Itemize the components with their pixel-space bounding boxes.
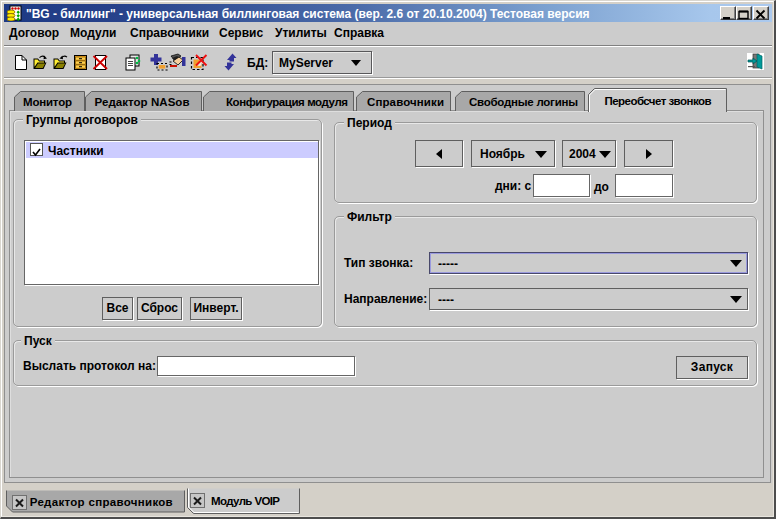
svg-text:Редактор NASов: Редактор NASов <box>95 96 190 108</box>
svg-text:Свободные логины: Свободные логины <box>469 96 578 108</box>
svg-text:Переобсчет звонков: Переобсчет звонков <box>605 95 712 107</box>
svg-text:Монитор: Монитор <box>23 96 72 108</box>
svg-text:Справочники: Справочники <box>367 96 444 108</box>
svg-text:Редактор справочников: Редактор справочников <box>30 496 173 508</box>
svg-text:Конфигурация модуля: Конфигурация модуля <box>226 96 348 108</box>
svg-text:Модуль VOIP: Модуль VOIP <box>211 495 280 507</box>
